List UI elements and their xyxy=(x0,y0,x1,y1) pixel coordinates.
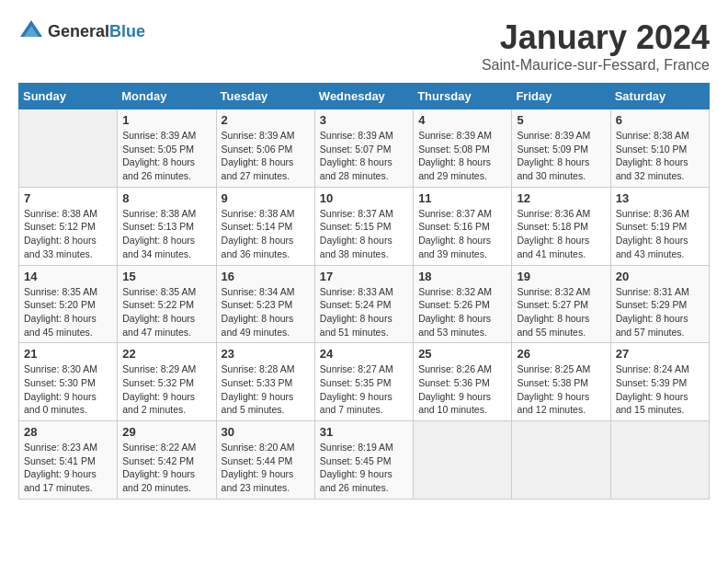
day-number: 15 xyxy=(122,270,210,283)
header-day-saturday: Saturday xyxy=(610,84,709,109)
logo-text-blue: Blue xyxy=(109,22,145,40)
header-day-sunday: Sunday xyxy=(19,84,118,109)
day-cell: 9Sunrise: 8:38 AMSunset: 5:14 PMDaylight… xyxy=(216,187,314,265)
day-info: Sunrise: 8:37 AMSunset: 5:15 PMDaylight:… xyxy=(320,207,408,261)
day-number: 17 xyxy=(320,270,408,283)
header-day-monday: Monday xyxy=(118,84,216,109)
week-row-1: 1Sunrise: 8:39 AMSunset: 5:05 PMDaylight… xyxy=(19,109,710,188)
day-info: Sunrise: 8:35 AMSunset: 5:20 PMDaylight:… xyxy=(24,285,112,339)
day-number: 7 xyxy=(24,191,112,205)
day-number: 24 xyxy=(320,347,408,361)
month-title: January 2024 xyxy=(482,18,710,57)
day-info: Sunrise: 8:35 AMSunset: 5:22 PMDaylight:… xyxy=(122,285,210,339)
day-cell: 19Sunrise: 8:32 AMSunset: 5:27 PMDayligh… xyxy=(512,265,610,343)
day-info: Sunrise: 8:39 AMSunset: 5:09 PMDaylight:… xyxy=(517,129,605,183)
day-cell: 17Sunrise: 8:33 AMSunset: 5:24 PMDayligh… xyxy=(314,265,413,343)
day-number: 8 xyxy=(122,191,210,205)
day-number: 6 xyxy=(616,113,704,127)
day-cell xyxy=(512,421,610,500)
header-day-friday: Friday xyxy=(512,84,610,109)
day-info: Sunrise: 8:38 AMSunset: 5:13 PMDaylight:… xyxy=(122,207,210,261)
day-info: Sunrise: 8:27 AMSunset: 5:35 PMDaylight:… xyxy=(320,362,408,417)
day-number: 3 xyxy=(320,113,408,127)
day-info: Sunrise: 8:36 AMSunset: 5:19 PMDaylight:… xyxy=(616,207,704,261)
calendar-table: SundayMondayTuesdayWednesdayThursdayFrid… xyxy=(18,83,710,500)
day-info: Sunrise: 8:28 AMSunset: 5:33 PMDaylight:… xyxy=(222,362,310,417)
day-number: 20 xyxy=(616,270,704,283)
day-cell: 16Sunrise: 8:34 AMSunset: 5:23 PMDayligh… xyxy=(216,265,314,343)
day-number: 21 xyxy=(24,347,112,361)
week-row-3: 14Sunrise: 8:35 AMSunset: 5:20 PMDayligh… xyxy=(19,265,710,343)
day-cell: 23Sunrise: 8:28 AMSunset: 5:33 PMDayligh… xyxy=(216,343,314,421)
logo-icon xyxy=(18,18,44,44)
week-row-5: 28Sunrise: 8:23 AMSunset: 5:41 PMDayligh… xyxy=(19,421,710,500)
logo: GeneralBlue xyxy=(18,18,145,44)
day-cell: 24Sunrise: 8:27 AMSunset: 5:35 PMDayligh… xyxy=(314,343,413,421)
day-info: Sunrise: 8:39 AMSunset: 5:06 PMDaylight:… xyxy=(222,129,310,183)
day-info: Sunrise: 8:38 AMSunset: 5:12 PMDaylight:… xyxy=(24,207,112,261)
day-info: Sunrise: 8:19 AMSunset: 5:45 PMDaylight:… xyxy=(320,441,408,495)
day-info: Sunrise: 8:33 AMSunset: 5:24 PMDaylight:… xyxy=(320,285,408,339)
header-day-thursday: Thursday xyxy=(414,84,512,109)
day-cell: 30Sunrise: 8:20 AMSunset: 5:44 PMDayligh… xyxy=(216,421,314,500)
day-number: 19 xyxy=(517,270,605,283)
day-cell: 2Sunrise: 8:39 AMSunset: 5:06 PMDaylight… xyxy=(216,109,314,188)
day-cell: 29Sunrise: 8:22 AMSunset: 5:42 PMDayligh… xyxy=(118,421,216,500)
day-info: Sunrise: 8:24 AMSunset: 5:39 PMDaylight:… xyxy=(616,362,704,417)
day-cell: 15Sunrise: 8:35 AMSunset: 5:22 PMDayligh… xyxy=(118,265,216,343)
day-number: 12 xyxy=(517,191,605,205)
day-info: Sunrise: 8:29 AMSunset: 5:32 PMDaylight:… xyxy=(122,362,210,417)
day-info: Sunrise: 8:32 AMSunset: 5:27 PMDaylight:… xyxy=(517,285,605,339)
day-number: 16 xyxy=(222,270,310,283)
day-number: 26 xyxy=(517,347,605,361)
day-info: Sunrise: 8:30 AMSunset: 5:30 PMDaylight:… xyxy=(24,362,112,417)
day-cell: 18Sunrise: 8:32 AMSunset: 5:26 PMDayligh… xyxy=(414,265,512,343)
day-number: 25 xyxy=(418,347,506,361)
day-cell: 5Sunrise: 8:39 AMSunset: 5:09 PMDaylight… xyxy=(512,109,610,188)
day-info: Sunrise: 8:25 AMSunset: 5:38 PMDaylight:… xyxy=(517,362,605,417)
day-number: 28 xyxy=(24,425,112,439)
day-number: 5 xyxy=(517,113,605,127)
day-cell: 21Sunrise: 8:30 AMSunset: 5:30 PMDayligh… xyxy=(19,343,118,421)
day-info: Sunrise: 8:39 AMSunset: 5:07 PMDaylight:… xyxy=(320,129,408,183)
day-info: Sunrise: 8:38 AMSunset: 5:10 PMDaylight:… xyxy=(616,129,704,183)
day-number: 18 xyxy=(418,270,506,283)
day-number: 10 xyxy=(320,191,408,205)
day-info: Sunrise: 8:36 AMSunset: 5:18 PMDaylight:… xyxy=(517,207,605,261)
day-info: Sunrise: 8:34 AMSunset: 5:23 PMDaylight:… xyxy=(222,285,310,339)
day-cell: 11Sunrise: 8:37 AMSunset: 5:16 PMDayligh… xyxy=(414,187,512,265)
day-number: 4 xyxy=(418,113,506,127)
day-info: Sunrise: 8:32 AMSunset: 5:26 PMDaylight:… xyxy=(418,285,506,339)
calendar-header: SundayMondayTuesdayWednesdayThursdayFrid… xyxy=(19,84,710,109)
day-number: 13 xyxy=(616,191,704,205)
logo-text-general: General xyxy=(48,22,109,40)
day-cell: 28Sunrise: 8:23 AMSunset: 5:41 PMDayligh… xyxy=(19,421,118,500)
day-number: 23 xyxy=(222,347,310,361)
day-cell: 12Sunrise: 8:36 AMSunset: 5:18 PMDayligh… xyxy=(512,187,610,265)
header-day-wednesday: Wednesday xyxy=(314,84,413,109)
day-number: 2 xyxy=(222,113,310,127)
day-cell: 20Sunrise: 8:31 AMSunset: 5:29 PMDayligh… xyxy=(610,265,709,343)
day-cell: 31Sunrise: 8:19 AMSunset: 5:45 PMDayligh… xyxy=(314,421,413,500)
day-cell: 27Sunrise: 8:24 AMSunset: 5:39 PMDayligh… xyxy=(610,343,709,421)
day-cell: 8Sunrise: 8:38 AMSunset: 5:13 PMDaylight… xyxy=(118,187,216,265)
day-cell: 7Sunrise: 8:38 AMSunset: 5:12 PMDaylight… xyxy=(19,187,118,265)
day-cell xyxy=(19,109,118,188)
header-day-tuesday: Tuesday xyxy=(216,84,314,109)
day-cell: 4Sunrise: 8:39 AMSunset: 5:08 PMDaylight… xyxy=(414,109,512,188)
day-number: 29 xyxy=(122,425,210,439)
day-cell: 13Sunrise: 8:36 AMSunset: 5:19 PMDayligh… xyxy=(610,187,709,265)
day-info: Sunrise: 8:39 AMSunset: 5:08 PMDaylight:… xyxy=(418,129,506,183)
page-header: GeneralBlue January 2024 Saint-Maurice-s… xyxy=(18,18,710,74)
day-info: Sunrise: 8:39 AMSunset: 5:05 PMDaylight:… xyxy=(122,129,210,183)
title-area: January 2024 Saint-Maurice-sur-Fessard, … xyxy=(482,18,710,74)
day-number: 22 xyxy=(122,347,210,361)
day-info: Sunrise: 8:23 AMSunset: 5:41 PMDaylight:… xyxy=(24,441,112,495)
day-number: 27 xyxy=(616,347,704,361)
day-info: Sunrise: 8:22 AMSunset: 5:42 PMDaylight:… xyxy=(122,441,210,495)
week-row-4: 21Sunrise: 8:30 AMSunset: 5:30 PMDayligh… xyxy=(19,343,710,421)
day-cell xyxy=(414,421,512,500)
day-info: Sunrise: 8:20 AMSunset: 5:44 PMDaylight:… xyxy=(222,441,310,495)
calendar-body: 1Sunrise: 8:39 AMSunset: 5:05 PMDaylight… xyxy=(19,109,710,500)
day-cell: 14Sunrise: 8:35 AMSunset: 5:20 PMDayligh… xyxy=(19,265,118,343)
